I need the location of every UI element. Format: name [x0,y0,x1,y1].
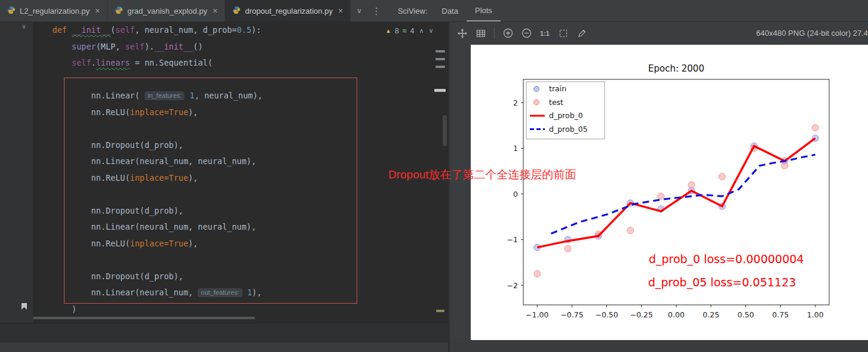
svg-text:Epoch: 2000: Epoch: 2000 [648,63,704,74]
zoom-out-icon[interactable] [521,28,532,39]
stripe-mark[interactable] [435,58,445,60]
actual-size-icon[interactable]: 1:1 [539,28,550,39]
next-issue-icon[interactable]: ∨ [428,27,433,35]
vertical-scrollbar[interactable] [443,115,447,146]
svg-text:d_prob_05: d_prob_05 [549,125,588,134]
plot-svg[interactable]: −1.00−0.75−0.50−0.250.000.250.500.751.00… [471,45,868,340]
code-line: super(MLP, self).__init__() [33,39,441,55]
stripe-mark[interactable] [436,310,444,312]
tab-data[interactable]: Data [434,0,467,21]
python-icon [7,6,16,16]
svg-text:−2: −2 [507,281,518,290]
warning-count: 8 [395,27,399,35]
close-icon[interactable]: × [338,6,343,16]
sciview-plots-panel: 1:1 640x480 PNG (24-bit color) 27.4 −1.0… [450,21,868,352]
annotation-note: Dropout放在了第二个全连接层的前面 [388,167,576,183]
svg-text:−1: −1 [507,235,518,244]
python-icon [232,6,241,16]
tab-label: dropout_regularization.py [245,7,333,16]
warning-icon: ▲ [385,27,391,34]
svg-text:1.00: 1.00 [807,310,824,319]
svg-text:d_prob_05 loss=0.051123: d_prob_05 loss=0.051123 [648,276,796,289]
svg-text:d_prob_0 loss=0.00000004: d_prob_0 loss=0.00000004 [649,252,804,266]
svg-text:train: train [549,84,566,93]
edit-icon[interactable] [576,28,587,39]
bookmark-icon[interactable] [22,303,27,310]
tab-label: L2_regularization.py [20,7,90,16]
tab-plots[interactable]: Plots [467,0,501,21]
close-icon[interactable]: × [213,6,217,16]
panel-splitter[interactable] [448,21,450,352]
fold-arrow-icon[interactable]: ∨ [22,23,26,30]
annotation-box [64,78,357,304]
close-icon[interactable]: × [95,6,100,16]
svg-text:2: 2 [513,98,518,107]
svg-text:test: test [549,98,563,107]
zoom-in-icon[interactable] [502,28,513,39]
plot-figure[interactable]: −1.00−0.75−0.50−0.250.000.250.500.751.00… [471,45,868,340]
svg-text:−0.75: −0.75 [560,310,583,319]
tab-grad-vanish-explod[interactable]: grad_vanish_explod.py × [108,0,225,21]
horizontal-scrollbar[interactable] [33,317,255,319]
typo-icon: ≈ [403,26,407,35]
tab-l2-regularization[interactable]: L2_regularization.py × [0,0,108,21]
plots-toolbar: 1:1 640x480 PNG (24-bit color) 27.4 [450,21,868,45]
pan-icon[interactable] [457,28,468,39]
svg-text:1: 1 [513,144,518,153]
toolbar-separator [494,28,495,39]
code-line: def __init__(self, neural_num, d_prob=0.… [33,22,441,39]
chevron-down-icon[interactable]: ∨ [357,7,362,15]
editor-gutter: ∨ [0,21,33,323]
table-icon[interactable] [476,28,486,39]
code-line: self.linears = nn.Sequential( [33,55,441,72]
stripe-mark[interactable] [435,50,445,53]
prev-issue-icon[interactable]: ∧ [419,27,424,35]
svg-text:0: 0 [513,190,518,199]
svg-text:d_prob_0: d_prob_0 [549,111,583,120]
svg-text:0.50: 0.50 [737,310,754,319]
svg-text:0.75: 0.75 [772,310,789,319]
tab-label: grad_vanish_explod.py [127,7,207,16]
kebab-menu-icon[interactable]: ⋮ [372,5,381,17]
stripe-mark[interactable] [435,66,445,68]
fit-frame-icon[interactable] [558,28,569,39]
stripe-mark[interactable] [434,89,446,92]
svg-text:−0.25: −0.25 [630,310,653,319]
svg-text:0.25: 0.25 [703,310,719,319]
sciview-label: SciView: [392,0,434,21]
svg-text:−1.00: −1.00 [526,310,548,319]
python-icon [115,6,123,16]
editor-tab-bar: L2_regularization.py × grad_vanish_explo… [0,0,868,22]
svg-text:−0.50: −0.50 [595,310,618,319]
inspections-widget[interactable]: ▲ 8 ≈ 4 ∧ ∨ [385,26,434,35]
sciview-header: SciView: Data Plots [392,0,501,21]
image-info: 640x480 PNG (24-bit color) 27.4 [756,29,868,38]
svg-text:0.00: 0.00 [668,310,685,319]
tab-dropout-regularization[interactable]: dropout_regularization.py × [225,0,351,21]
typo-count: 4 [410,27,415,35]
status-bar [0,342,868,352]
